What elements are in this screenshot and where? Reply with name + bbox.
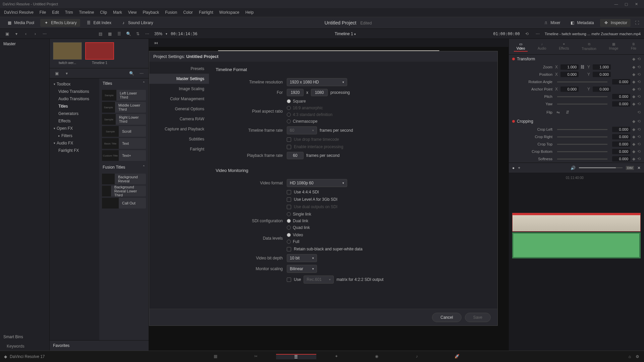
pitch-input[interactable]: 0.000	[612, 94, 630, 99]
par-cinemascope-radio[interactable]: Cinemascope	[287, 119, 317, 124]
reset-icon[interactable]: ⟲	[637, 94, 641, 99]
tree-titles[interactable]: Titles	[51, 103, 98, 110]
bin-clip-thumb[interactable]: twitch wer...	[53, 42, 82, 65]
menu-item[interactable]: Fairlight	[196, 9, 216, 16]
video-clip[interactable]	[512, 213, 641, 232]
gear-icon[interactable]: ⚙	[636, 354, 639, 359]
search-icon[interactable]: 🔍	[125, 30, 132, 38]
video-track[interactable]	[512, 213, 641, 232]
loop-icon[interactable]: ⟲	[523, 30, 531, 38]
yaw-input[interactable]: 0.000	[612, 101, 630, 107]
rotation-input[interactable]: 0.000	[612, 79, 630, 84]
levels-video-radio[interactable]: Video	[287, 233, 303, 237]
edit-page-tab[interactable]: ☰	[276, 354, 316, 359]
bin-view-icon[interactable]: ▣	[3, 30, 11, 38]
keyframe-icon[interactable]: ◆	[632, 157, 635, 161]
sound-library-button[interactable]: ♪ Sound Library	[117, 19, 157, 27]
panel-layout-icon[interactable]: ▣	[53, 70, 60, 77]
title-item[interactable]: SampleRight Lower Third	[102, 114, 146, 125]
crop-left-slider[interactable]	[557, 129, 607, 130]
sdi-quad-radio[interactable]: Quad link	[287, 225, 310, 230]
edit-index-button[interactable]: ☰ Edit Index	[83, 19, 115, 27]
use-444-checkbox[interactable]	[287, 190, 291, 194]
cancel-button[interactable]: Cancel	[432, 313, 461, 322]
tree-audiofx[interactable]: ▾Audio FX	[51, 139, 98, 147]
next-icon[interactable]: ›	[32, 30, 39, 38]
metadata-button[interactable]: ◧ Metadata	[567, 19, 597, 27]
marker-dot-icon[interactable]: ●	[512, 166, 515, 170]
timeline-name[interactable]: Timeline 1 ▾	[201, 32, 490, 36]
inspector-tab-audio[interactable]: ♪Audio	[535, 42, 549, 52]
anchor-y-input[interactable]: 0.000	[593, 86, 611, 92]
menu-item[interactable]: Edit	[49, 9, 62, 16]
strip-view-icon[interactable]: ☰	[115, 30, 123, 38]
more-icon[interactable]: ⋯	[144, 30, 151, 38]
keyframe-icon[interactable]: ◆	[632, 127, 635, 132]
reset-icon[interactable]: ⟲	[637, 127, 641, 132]
mixer-button[interactable]: ⎍ Mixer	[540, 19, 564, 27]
crop-top-input[interactable]: 0.000	[612, 141, 630, 147]
go-to-start-icon[interactable]: ⏮	[152, 39, 160, 47]
tree-audio-transitions[interactable]: Audio Transitions	[51, 95, 98, 103]
fusion-page-tab[interactable]: ✦	[316, 354, 357, 359]
sdi-dual-radio[interactable]: Dual link	[287, 219, 308, 223]
reset-icon[interactable]: ⟲	[637, 157, 641, 161]
fusion-title-item[interactable]: Call Out	[102, 198, 146, 208]
video-format-select[interactable]: HD 1080p 60▾	[287, 179, 347, 187]
audio-track[interactable]	[512, 232, 641, 258]
speaker-icon[interactable]: 🔊	[571, 166, 576, 170]
playback-framerate-input[interactable]: 60	[287, 152, 304, 159]
home-icon[interactable]: ◆	[4, 354, 7, 359]
reset-icon[interactable]: ⟲	[637, 119, 641, 124]
crop-top-slider[interactable]	[557, 144, 607, 145]
tree-video-transitions[interactable]: Video Transitions	[51, 88, 98, 95]
flip-v-icon[interactable]: ⇵	[564, 109, 571, 116]
enable-dot-icon[interactable]	[512, 58, 515, 60]
keyframe-icon[interactable]: ◆	[632, 134, 635, 139]
link-icon[interactable]: ⛓	[581, 65, 585, 69]
yaw-slider[interactable]	[557, 104, 607, 105]
nav-color-management[interactable]: Color Management	[149, 94, 209, 104]
inspector-tab-video[interactable]: ▭Video	[514, 42, 528, 52]
bit-depth-select[interactable]: 10 bit▾	[287, 254, 317, 262]
menu-item[interactable]: Help	[243, 9, 256, 16]
more-icon[interactable]: ⋯	[534, 30, 541, 38]
reset-icon[interactable]: ⟲	[637, 87, 641, 92]
fusion-titles-header[interactable]: Fusion Titles⌃	[99, 162, 149, 172]
reset-icon[interactable]: ⟲	[637, 142, 641, 146]
menu-item[interactable]: Color	[180, 9, 196, 16]
menu-item[interactable]: Playback	[140, 9, 162, 16]
keyframe-icon[interactable]: ◆	[632, 72, 635, 77]
chevron-down-icon[interactable]: ▾	[63, 70, 70, 77]
effects-library-button[interactable]: ✦ Effects Library	[40, 19, 80, 27]
nav-capture-playback[interactable]: Capture and Playback	[149, 124, 209, 134]
minimize-icon[interactable]: —	[611, 2, 621, 6]
nav-general-options[interactable]: General Options	[149, 104, 209, 114]
title-item[interactable]: SampleMiddle Lower Third	[102, 102, 146, 113]
media-page-tab[interactable]: ▦	[196, 354, 236, 359]
reset-icon[interactable]: ⟲	[637, 149, 641, 154]
reset-icon[interactable]: ⟲	[637, 110, 641, 115]
home-icon[interactable]: ⌂	[629, 354, 631, 359]
tree-openfx[interactable]: ▾Open FX	[51, 125, 98, 132]
anchor-x-input[interactable]: 0.000	[560, 86, 579, 92]
resolution-select[interactable]: 644 x 362 HD▾	[287, 78, 347, 86]
menu-item[interactable]: Mark	[110, 9, 125, 16]
width-input[interactable]: 1920	[287, 89, 304, 96]
use-matrix-checkbox[interactable]	[287, 278, 291, 282]
reset-icon[interactable]: ⟲	[637, 65, 641, 69]
cropping-header[interactable]: Cropping◆⟲	[509, 117, 644, 126]
sdi-single-radio[interactable]: Single link	[287, 212, 311, 217]
rotation-slider[interactable]	[557, 81, 607, 82]
volume-slider[interactable]	[579, 167, 623, 168]
menu-item[interactable]: Trim	[62, 9, 76, 16]
list-view-icon[interactable]: ▤	[97, 30, 104, 38]
zoom-x-input[interactable]: 1.000	[560, 64, 579, 70]
par-square-radio[interactable]: Square	[287, 99, 306, 104]
more-icon[interactable]: ⋯	[138, 70, 145, 77]
viewer-zoom[interactable]: 35%	[154, 32, 162, 36]
cut-page-tab[interactable]: ✂	[236, 354, 276, 359]
bin-timeline-thumb[interactable]: Timeline 1	[85, 42, 114, 65]
keyframe-icon[interactable]: ◆	[632, 102, 635, 106]
color-page-tab[interactable]: ◉	[357, 354, 397, 359]
